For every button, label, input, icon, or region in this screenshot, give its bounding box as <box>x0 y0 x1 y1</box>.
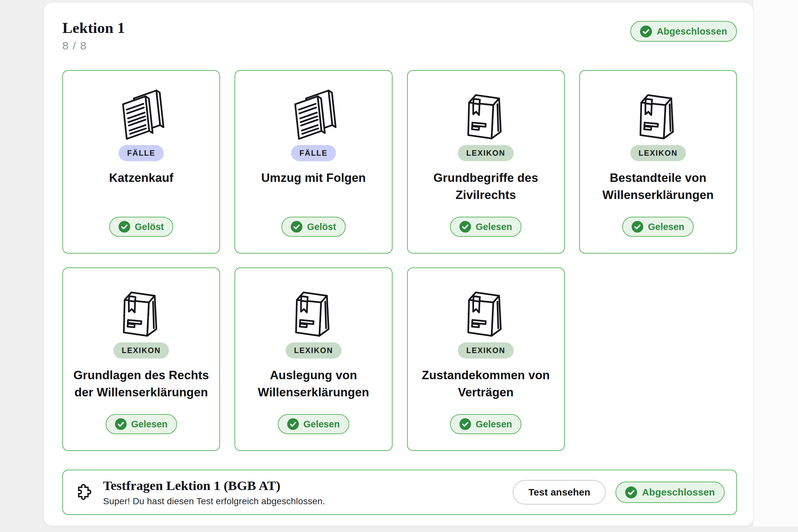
lesson-item-card[interactable]: LEXIKON Bestandteile von Willenserklärun… <box>579 70 737 253</box>
lesson-item-card[interactable]: LEXIKON Grundbegriffe des Zivilrechts Ge… <box>407 70 565 253</box>
lesson-item-card[interactable]: FÄLLE Katzenkauf Gelöst <box>62 70 220 253</box>
lesson-item-card[interactable]: FÄLLE Umzug mit Folgen Gelöst <box>234 70 392 253</box>
card-title: Umzug mit Folgen <box>261 170 366 187</box>
card-type-badge: LEXIKON <box>630 145 686 161</box>
test-row: Testfragen Lektion 1 (BGB AT) Super! Du … <box>62 470 737 515</box>
card-type-badge: FÄLLE <box>118 145 164 161</box>
card-title: Auslegung von Willenserklärungen <box>244 367 382 401</box>
card-title: Grundlagen des Rechts der Willenserkläru… <box>72 367 210 401</box>
test-texts: Testfragen Lektion 1 (BGB AT) Super! Du … <box>103 478 325 507</box>
check-icon <box>625 487 637 498</box>
check-icon <box>459 221 471 232</box>
check-icon <box>287 418 299 430</box>
card-status-label: Gelesen <box>131 419 168 430</box>
card-status-label: Gelöst <box>307 222 336 232</box>
lesson-header-texts: Lektion 1 8 / 8 <box>62 19 125 52</box>
test-status-badge: Abgeschlossen <box>615 481 725 503</box>
card-type-badge: FÄLLE <box>291 145 336 161</box>
documents-icon <box>288 87 339 142</box>
card-status-label: Gelesen <box>476 419 512 430</box>
card-status-badge: Gelesen <box>450 414 521 434</box>
check-icon <box>632 221 643 232</box>
card-status-label: Gelöst <box>135 222 164 232</box>
card-title: Bestandteile von Willenserklärungen <box>589 170 727 204</box>
lesson-panel: Lektion 1 8 / 8 Abgeschlossen FÄLLE Katz… <box>44 3 754 526</box>
lesson-item-card[interactable]: LEXIKON Zustandekommen von Verträgen Gel… <box>407 267 565 451</box>
book-icon <box>288 284 339 340</box>
card-type-badge: LEXIKON <box>286 342 342 359</box>
card-status-badge: Gelöst <box>281 217 345 237</box>
check-icon <box>291 221 302 232</box>
check-icon <box>118 221 130 232</box>
card-title: Zustandekommen von Verträgen <box>417 367 555 401</box>
view-test-button[interactable]: Test ansehen <box>513 480 606 505</box>
card-status-label: Gelesen <box>476 222 512 232</box>
puzzle-icon <box>74 482 93 502</box>
book-icon <box>633 87 683 142</box>
lesson-header: Lektion 1 8 / 8 Abgeschlossen <box>62 19 737 52</box>
card-type-badge: LEXIKON <box>458 342 514 359</box>
card-status-badge: Gelesen <box>106 414 177 434</box>
book-icon <box>461 284 511 340</box>
lesson-progress-count: 8 / 8 <box>62 39 125 52</box>
card-status-badge: Gelesen <box>278 414 349 434</box>
lesson-status-badge: Abgeschlossen <box>630 21 737 42</box>
card-status-label: Gelesen <box>648 222 684 232</box>
documents-icon <box>116 87 166 142</box>
check-icon <box>640 25 652 37</box>
book-icon <box>116 284 166 340</box>
lesson-items-grid: FÄLLE Katzenkauf Gelöst FÄLLE Umzug mit … <box>62 70 737 451</box>
test-subtitle: Super! Du hast diesen Test erfolgreich a… <box>103 496 325 507</box>
test-title: Testfragen Lektion 1 (BGB AT) <box>103 478 325 493</box>
card-type-badge: LEXIKON <box>113 342 169 359</box>
test-status-label: Abgeschlossen <box>642 487 715 498</box>
check-icon <box>459 418 471 430</box>
card-status-badge: Gelöst <box>109 217 173 237</box>
lesson-item-card[interactable]: LEXIKON Grundlagen des Rechts der Willen… <box>62 267 220 451</box>
card-title: Katzenkauf <box>109 170 173 187</box>
book-icon <box>461 87 511 142</box>
card-type-badge: LEXIKON <box>458 145 514 161</box>
lesson-item-card[interactable]: LEXIKON Auslegung von Willenserklärungen… <box>234 267 392 451</box>
adjacent-surface <box>754 0 798 527</box>
lesson-status-label: Abgeschlossen <box>657 26 727 37</box>
card-status-badge: Gelesen <box>450 217 521 237</box>
card-title: Grundbegriffe des Zivilrechts <box>417 170 555 204</box>
card-status-label: Gelesen <box>303 419 340 430</box>
check-icon <box>115 418 127 430</box>
card-status-badge: Gelesen <box>622 217 694 237</box>
page-title: Lektion 1 <box>62 19 125 37</box>
